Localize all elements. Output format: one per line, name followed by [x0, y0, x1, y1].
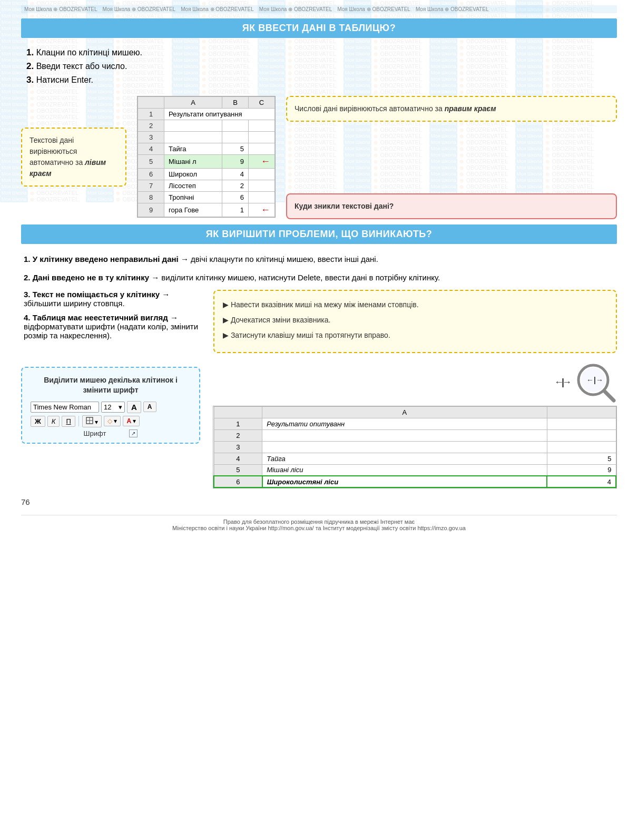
underline-button[interactable]: П: [62, 416, 75, 427]
intro-step-3: 3. Натисни Enter.: [26, 75, 617, 85]
arrow-red-icon: ←: [261, 156, 270, 167]
font-shrink-button[interactable]: A: [143, 402, 156, 412]
table-row: 2: [138, 120, 275, 132]
table-row: 5 Мішані ліси 9: [214, 464, 616, 476]
col-header-b: B: [222, 97, 249, 109]
bullet-1: Навести вказівник миші на межу між імена…: [223, 298, 607, 311]
table-row: 7 Лісостеп 2: [138, 180, 275, 192]
excel-bottom-table: A 1 Результати опитуванн 2: [213, 406, 616, 489]
resize-cursor: ←|→: [554, 377, 570, 388]
table-row-green: 6 Широколистяні ліси 4: [214, 476, 616, 487]
problems-bottom-row: 3. Текст не поміщається у клітинку → збі…: [24, 290, 617, 353]
font-toolbar-title: Виділити мишею декілька клітинок і зміни…: [31, 375, 191, 396]
right-callout-numbers: Числові дані вирівнюються автоматично за…: [286, 96, 617, 122]
intro-step-2: 2. Введи текст або число.: [26, 61, 617, 72]
intro-step-1: 1. Клацни по клітинці мишею.: [26, 47, 617, 58]
bullet-2: Дочекатися зміни вказівника.: [223, 314, 607, 327]
callout-bullets: Навести вказівник миші на межу між імена…: [213, 290, 617, 353]
problem-4: 4. Таблиця має неестетичний вигляд → від…: [24, 313, 203, 340]
col-header-c: C: [249, 97, 275, 109]
table-row: 4 Тайга 5: [214, 453, 616, 464]
col-header-b-b: [547, 406, 616, 418]
col-header-a-b: A: [262, 406, 547, 418]
svg-text:←|→: ←|→: [586, 376, 603, 384]
bottom-left: Виділити мишею декілька клітинок і зміни…: [21, 362, 200, 444]
left-callout-area: Текстові дані вирівнюються автоматично з…: [21, 96, 126, 219]
page-content: Моя Школа ⊕ OBOZREVATEL Моя Школа ⊕ OBOZ…: [0, 0, 638, 547]
col-header-a: A: [164, 97, 222, 109]
bottom-right: ←|→ ←|→: [213, 362, 617, 491]
problem-2: 2. Дані введено не в ту клітинку → виділ…: [24, 272, 617, 284]
table-row: 9 гора Гове 1 ←: [138, 203, 275, 217]
row-num: 1: [138, 109, 164, 120]
problem-3: 3. Текст не поміщається у клітинку → збі…: [24, 290, 203, 308]
footer-line-1: Право для безоплатного розміщення підруч…: [21, 519, 617, 525]
problems-section: 1. У клітинку введено неправильні дані →…: [21, 253, 617, 353]
section-header-1: ЯК ВВЕСТИ ДАНІ В ТАБЛИЦЮ?: [21, 18, 617, 38]
table-row: 3: [214, 441, 616, 453]
right-callout-area: Числові дані вирівнюються автоматично за…: [286, 96, 617, 219]
problems-right-col: Навести вказівник миші на межу між імена…: [213, 290, 617, 353]
intro-steps-list: 1. Клацни по клітинці мишею. 2. Введи те…: [21, 47, 617, 85]
section-header-2: ЯК ВИРІШИТИ ПРОБЛЕМИ, ЩО ВИНИКАЮТЬ?: [21, 224, 617, 244]
cell-a1: Результати опитування: [164, 109, 275, 120]
font-size-select[interactable]: 12 ▾: [101, 402, 125, 413]
table-row: 4 Тайга 5: [138, 143, 275, 155]
fill-color-button[interactable]: ◇ ▾: [104, 416, 121, 426]
cursor-arrow-area: ←|→ ←|→: [554, 362, 617, 404]
left-callout: Текстові дані вирівнюються автоматично з…: [21, 128, 126, 187]
excel-table-wrap: A B C 1 Результати опитування 2: [137, 96, 276, 218]
right-callout-pink: Куди зникли текстові дані?: [286, 193, 617, 219]
bold-button[interactable]: Ж: [31, 416, 45, 427]
italic-button[interactable]: К: [47, 416, 60, 427]
bullet-3: Затиснути клавішу миші та протягнути впр…: [223, 329, 607, 342]
table-row: 2: [214, 429, 616, 441]
table-row: 6 Широкол 4: [138, 169, 275, 180]
excel-table-area: A B C 1 Результати опитування 2: [137, 96, 276, 219]
problem-1: 1. У клітинку введено неправильні дані →…: [24, 253, 617, 266]
footer-line-2: Міністерство освіти і науки України http…: [21, 525, 617, 531]
excel-bottom-table-wrap: A 1 Результати опитуванн 2: [213, 406, 617, 489]
font-label-row: Шрифт ↗: [31, 429, 191, 437]
bottom-section: Виділити мишею декілька клітинок і зміни…: [21, 362, 617, 491]
top-watermark-strip: Моя Школа ⊕ OBOZREVATEL Моя Школа ⊕ OBOZ…: [21, 5, 617, 13]
page-footer: Право для безоплатного розміщення підруч…: [21, 515, 617, 531]
toolbar-row-2: Ж К П ▾ ◇ ▾ A ▾: [31, 415, 191, 427]
font-toolbar-callout: Виділити мишею декілька клітинок і зміни…: [21, 367, 200, 444]
arrow-red-icon-2: ←: [261, 204, 270, 215]
svg-line-5: [604, 391, 614, 401]
problems-left-col: 3. Текст не поміщається у клітинку → збі…: [24, 290, 203, 353]
toolbar-row-1: Times New Roman 12 ▾ A A: [31, 401, 191, 413]
table-row: 3: [138, 132, 275, 143]
table-row-highlighted: 5 Мішані л 9 ←: [138, 155, 275, 169]
table-row: 1 Результати опитуванн: [214, 418, 616, 429]
toolbar-divider: [78, 416, 79, 426]
excel-table: A B C 1 Результати опитування 2: [138, 96, 275, 217]
col-header-empty-b: [214, 406, 262, 418]
top-diagram: Текстові дані вирівнюються автоматично з…: [21, 96, 617, 219]
page-number: 76: [21, 497, 617, 506]
font-color-button[interactable]: A ▾: [123, 416, 140, 426]
font-grow-button[interactable]: A: [127, 401, 141, 413]
font-name-select[interactable]: Times New Roman: [31, 402, 99, 413]
magnifier-icon: ←|→: [575, 362, 617, 404]
problems-list: 1. У клітинку введено неправильні дані →…: [21, 253, 617, 353]
table-row: 1 Результати опитування: [138, 109, 275, 120]
font-label-text: Шрифт: [84, 429, 106, 437]
expand-icon[interactable]: ↗: [129, 429, 138, 437]
borders-button[interactable]: ▾: [82, 415, 102, 427]
col-header-empty: [138, 97, 164, 109]
magnifier-area: ←|→ ←|→: [213, 362, 617, 404]
table-row: 8 Тропічні 6: [138, 192, 275, 203]
